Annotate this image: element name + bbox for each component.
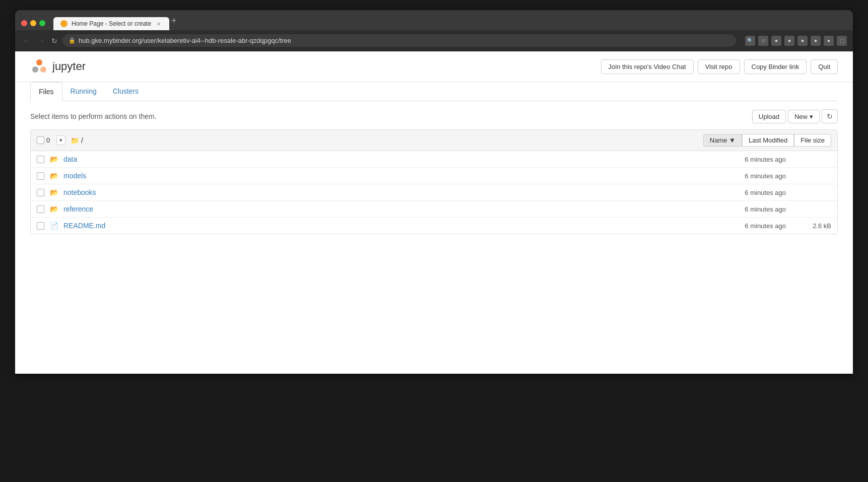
main-content: Files Running Clusters Select items to p… [15, 82, 853, 234]
file-name-readme[interactable]: README.md [63, 222, 700, 230]
file-name-notebooks[interactable]: notebooks [63, 188, 700, 196]
upload-button[interactable]: Upload [752, 110, 786, 123]
file-name-data[interactable]: data [63, 155, 700, 163]
nav-tabs: Files Running Clusters [30, 82, 838, 101]
breadcrumb-path: / [81, 136, 83, 145]
extension-star-icon[interactable]: ☆ [758, 36, 768, 46]
extension-search-icon[interactable]: 🔍 [745, 36, 755, 46]
breadcrumb-folder-icon: 📁 [71, 136, 79, 145]
jupyter-header: jupyter Join this repo's Video Chat Visi… [15, 51, 853, 82]
toolbar-right: Upload New ▾ ↻ [752, 109, 838, 123]
page-content: jupyter Join this repo's Video Chat Visi… [15, 51, 853, 374]
new-tab-button[interactable]: + [171, 16, 177, 30]
file-document-icon: 📄 [49, 222, 58, 230]
traffic-lights [21, 20, 45, 30]
tab-title: Home Page - Select or create [72, 20, 151, 27]
file-modified-data: 6 minutes ago [705, 156, 786, 163]
table-row: 📂 data 6 minutes ago [31, 151, 837, 168]
browser-window: Home Page - Select or create ✕ + ← → ↻ 🔒… [15, 10, 853, 374]
row-checkbox-data[interactable] [37, 156, 44, 163]
svg-point-1 [32, 66, 38, 73]
column-headers: Name ▼ Last Modified File size [703, 134, 831, 147]
header-buttons: Join this repo's Video Chat Visit repo C… [601, 59, 838, 74]
select-items-text: Select items to perform actions on them. [30, 112, 157, 120]
table-row: 📄 README.md 6 minutes ago 2.6 kB [31, 218, 837, 234]
new-button[interactable]: New ▾ [788, 110, 820, 123]
forward-button[interactable]: → [36, 36, 46, 45]
row-checkbox-models[interactable] [37, 172, 44, 180]
file-modified-models: 6 minutes ago [705, 172, 786, 180]
folder-icon: 📂 [49, 188, 58, 196]
row-checkbox-reference[interactable] [37, 205, 44, 213]
file-toolbar: Select items to perform actions on them.… [30, 109, 838, 123]
tab-close-button[interactable]: ✕ [155, 20, 162, 27]
browser-extensions: 🔍 ☆ ● ● ● ● ● ⬚ [745, 36, 847, 46]
sort-by-modified-button[interactable]: Last Modified [742, 134, 794, 147]
file-name-models[interactable]: models [63, 172, 700, 180]
tab-clusters[interactable]: Clusters [105, 82, 147, 101]
svg-point-2 [40, 66, 46, 73]
table-row: 📂 notebooks 6 minutes ago [31, 184, 837, 201]
quit-button[interactable]: Quit [811, 59, 838, 74]
close-traffic-light[interactable] [21, 20, 27, 26]
tab-favicon-icon [60, 20, 68, 27]
extension-2-icon[interactable]: ● [784, 36, 794, 46]
visit-repo-button[interactable]: Visit repo [698, 59, 740, 74]
address-bar: ← → ↻ 🔒 hub.gke.mybinder.org/user/kelabe… [15, 30, 853, 51]
file-modified-readme: 6 minutes ago [705, 222, 786, 230]
jupyter-logo: jupyter [30, 57, 86, 76]
active-tab[interactable]: Home Page - Select or create ✕ [53, 17, 169, 30]
minimize-traffic-light[interactable] [30, 20, 36, 26]
sort-by-name-button[interactable]: Name ▼ [703, 134, 742, 147]
sort-by-size-button[interactable]: File size [794, 134, 831, 147]
fullscreen-traffic-light[interactable] [39, 20, 45, 26]
file-list-container: 0 ▾ 📁 / Name ▼ Last Modified File size [30, 129, 838, 234]
back-button[interactable]: ← [21, 36, 31, 45]
select-dropdown-button[interactable]: ▾ [56, 135, 65, 145]
folder-icon: 📂 [49, 172, 58, 180]
new-dropdown-icon: ▾ [810, 113, 813, 120]
file-modified-notebooks: 6 minutes ago [705, 189, 786, 196]
reload-button[interactable]: ↻ [51, 37, 57, 45]
url-text: hub.gke.mybinder.org/user/kelaberetiv-ai… [79, 37, 291, 44]
lock-icon: 🔒 [69, 37, 76, 44]
folder-icon: 📂 [49, 205, 58, 213]
refresh-files-button[interactable]: ↻ [822, 109, 838, 123]
folder-icon: 📂 [49, 155, 58, 163]
selected-count: 0 [46, 136, 54, 144]
extension-5-icon[interactable]: ● [824, 36, 834, 46]
table-row: 📂 models 6 minutes ago [31, 168, 837, 184]
tab-files[interactable]: Files [30, 82, 62, 101]
row-checkbox-readme[interactable] [37, 222, 44, 230]
jupyter-logo-icon [30, 57, 48, 76]
extension-3-icon[interactable]: ● [797, 36, 808, 46]
file-modified-reference: 6 minutes ago [705, 205, 786, 213]
file-list-header: 0 ▾ 📁 / Name ▼ Last Modified File size [31, 130, 837, 151]
file-name-reference[interactable]: reference [63, 205, 700, 213]
extension-puzzle-icon[interactable]: ⬚ [837, 36, 847, 46]
row-checkbox-notebooks[interactable] [37, 189, 44, 196]
new-label: New [794, 113, 808, 120]
extension-4-icon[interactable]: ● [811, 36, 821, 46]
jupyter-logo-text: jupyter [52, 60, 86, 73]
select-all-checkbox[interactable] [37, 136, 44, 144]
file-size-readme: 2.6 kB [791, 222, 831, 230]
tab-running[interactable]: Running [62, 82, 105, 101]
tab-bar: Home Page - Select or create ✕ + [15, 10, 853, 30]
join-video-chat-button[interactable]: Join this repo's Video Chat [601, 59, 694, 74]
svg-point-0 [36, 59, 42, 65]
breadcrumb: 📁 / [71, 136, 698, 145]
url-bar[interactable]: 🔒 hub.gke.mybinder.org/user/kelaberetiv-… [62, 34, 736, 47]
table-row: 📂 reference 6 minutes ago [31, 201, 837, 218]
extension-1-icon[interactable]: ● [771, 36, 781, 46]
select-all-area: 0 ▾ [37, 135, 65, 145]
copy-binder-link-button[interactable]: Copy Binder link [744, 59, 807, 74]
